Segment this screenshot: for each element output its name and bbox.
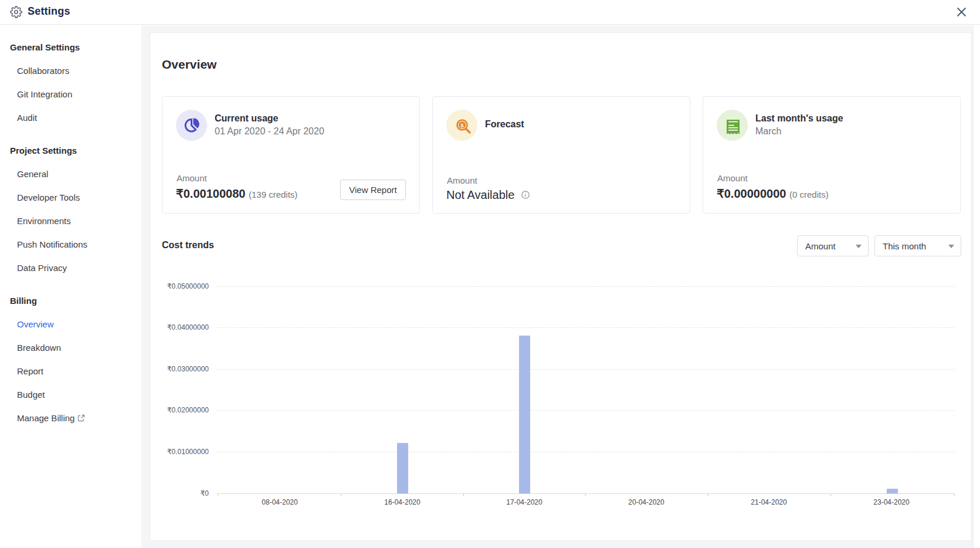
svg-text:$: $ <box>460 123 463 128</box>
